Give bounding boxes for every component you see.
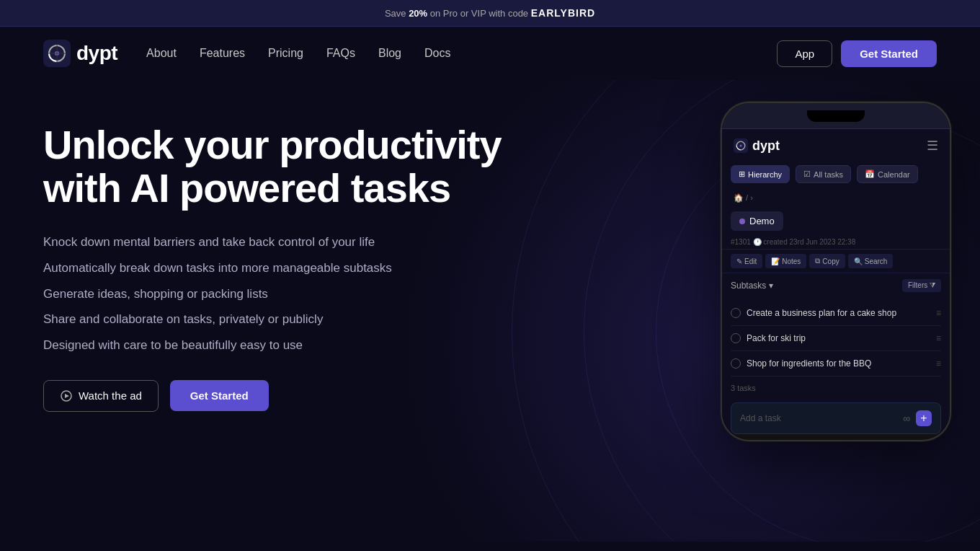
hero-get-started-button[interactable]: Get Started — [170, 380, 269, 411]
copy-icon: ⧉ — [815, 257, 820, 265]
notes-icon: 📝 — [771, 257, 780, 265]
phone-logo-text: dypt — [752, 138, 780, 154]
phone-notch — [807, 110, 865, 122]
promo-banner: Save 20% on Pro or VIP with code EARLYBI… — [0, 0, 980, 27]
feature-item: Share and collaborate on tasks, privatel… — [43, 311, 548, 328]
phone-task-count: 3 tasks — [722, 379, 950, 397]
phone-logo: dypt — [734, 138, 780, 154]
nav-about[interactable]: About — [146, 47, 177, 59]
phone-menu-icon[interactable]: ☰ — [927, 138, 938, 154]
notes-button[interactable]: 📝 Notes — [765, 254, 806, 268]
add-task-infinity-icon: ∞ — [903, 413, 910, 424]
logo-icon — [43, 40, 71, 67]
nav-faqs[interactable]: FAQs — [326, 47, 355, 59]
feature-item: Generate ideas, shopping or packing list… — [43, 286, 548, 303]
banner-text: Save 20% on Pro or VIP with code EARLYBI… — [385, 8, 595, 19]
feature-item: Automatically break down tasks into more… — [43, 260, 548, 277]
logo[interactable]: dypt — [43, 40, 117, 67]
search-icon: 🔍 — [854, 257, 863, 265]
task-checkbox-1[interactable] — [731, 308, 741, 318]
phone-content: dypt ☰ ⊞ Hierarchy ☑ All tasks 📅 — [722, 129, 950, 434]
add-task-icons: ∞ + — [903, 410, 932, 426]
nav-links: About Features Pricing FAQs Blog Docs — [146, 47, 450, 60]
phone-task-meta: #1301 🕐 created 23rd Jun 2023 22:38 — [722, 237, 950, 249]
add-task-plus-button[interactable]: + — [916, 410, 932, 426]
navbar: dypt About Features Pricing FAQs Blog Do… — [0, 27, 980, 80]
phone-header: dypt ☰ — [722, 129, 950, 159]
app-button[interactable]: App — [777, 40, 832, 67]
phone-task-demo-label: Demo — [731, 211, 783, 231]
watch-ad-button[interactable]: Watch the ad — [43, 380, 159, 412]
task-expand-icon-2[interactable]: ≡ — [936, 333, 941, 343]
nav-features[interactable]: Features — [200, 47, 245, 59]
nav-get-started-button[interactable]: Get Started — [841, 40, 937, 67]
task-text-2: Pack for ski trip — [747, 333, 930, 343]
feature-item: Knock down mental barriers and take back… — [43, 234, 548, 251]
phone-nav-tabs: ⊞ Hierarchy ☑ All tasks 📅 Calendar — [722, 159, 950, 189]
search-button[interactable]: 🔍 Search — [848, 254, 894, 268]
edit-icon: ✎ — [736, 257, 742, 265]
hero-actions: Watch the ad Get Started — [43, 380, 548, 412]
home-icon: 🏠 — [734, 193, 744, 202]
hero-content: Unlock your productivity with AI powered… — [43, 109, 548, 412]
hero-title: Unlock your productivity with AI powered… — [43, 123, 548, 211]
nav-pricing[interactable]: Pricing — [268, 47, 303, 59]
promo-code: EARLYBIRD — [531, 7, 595, 19]
phone-task-list: Create a business plan for a cake shop ≡… — [722, 298, 950, 379]
nav-left: dypt About Features Pricing FAQs Blog Do… — [43, 40, 450, 67]
phone-logo-icon — [734, 138, 748, 153]
edit-button[interactable]: ✎ Edit — [731, 254, 762, 268]
feature-item: Designed with care to be beautifully eas… — [43, 337, 548, 354]
phone-device: dypt ☰ ⊞ Hierarchy ☑ All tasks 📅 — [721, 102, 951, 441]
phone-tab-hierarchy[interactable]: ⊞ Hierarchy — [731, 165, 790, 183]
hierarchy-icon: ⊞ — [739, 169, 745, 179]
copy-button[interactable]: ⧉ Copy — [809, 254, 845, 268]
filter-icon: ⧩ — [930, 281, 935, 289]
add-task-bar[interactable]: Add a task ∞ + — [731, 402, 941, 434]
banner-highlight: 20% — [409, 8, 427, 19]
phone-tab-all-tasks[interactable]: ☑ All tasks — [796, 165, 851, 183]
nav-blog[interactable]: Blog — [378, 47, 401, 59]
svg-marker-3 — [65, 394, 69, 398]
logo-text: dypt — [76, 42, 117, 65]
hero-features-list: Knock down mental barriers and take back… — [43, 234, 548, 354]
all-tasks-icon: ☑ — [803, 169, 811, 179]
phone-task-section: Demo — [722, 207, 950, 237]
task-checkbox-2[interactable] — [731, 333, 741, 343]
subtasks-expand-icon: ▾ — [769, 281, 773, 291]
phone-mockup: dypt ☰ ⊞ Hierarchy ☑ All tasks 📅 — [721, 102, 951, 441]
task-item-2[interactable]: Pack for ski trip ≡ — [731, 326, 941, 351]
phone-toolbar: ✎ Edit 📝 Notes ⧉ Copy 🔍 Search — [722, 249, 950, 273]
filters-button[interactable]: Filters ⧩ — [902, 279, 941, 292]
phone-top-bar — [722, 103, 950, 129]
nav-docs[interactable]: Docs — [424, 47, 450, 59]
task-expand-icon-3[interactable]: ≡ — [936, 358, 941, 369]
subtasks-label: Subtasks ▾ — [731, 281, 773, 291]
svg-point-5 — [739, 144, 741, 146]
phone-breadcrumb: 🏠 / › — [722, 189, 950, 207]
hero-section: Unlock your productivity with AI powered… — [0, 80, 980, 542]
play-icon — [60, 389, 73, 402]
task-dot — [739, 219, 745, 224]
task-item-3[interactable]: Shop for ingredients for the BBQ ≡ — [731, 351, 941, 376]
calendar-icon: 📅 — [865, 169, 875, 179]
task-text-1: Create a business plan for a cake shop — [747, 308, 930, 318]
task-item-1[interactable]: Create a business plan for a cake shop ≡ — [731, 301, 941, 326]
nav-right: App Get Started — [777, 40, 937, 67]
phone-tab-calendar[interactable]: 📅 Calendar — [857, 165, 918, 183]
task-text-3: Shop for ingredients for the BBQ — [747, 358, 930, 369]
phone-subtasks-header: Subtasks ▾ Filters ⧩ — [722, 273, 950, 298]
task-checkbox-3[interactable] — [731, 358, 741, 369]
task-expand-icon-1[interactable]: ≡ — [936, 308, 941, 318]
add-task-placeholder: Add a task — [740, 413, 781, 423]
